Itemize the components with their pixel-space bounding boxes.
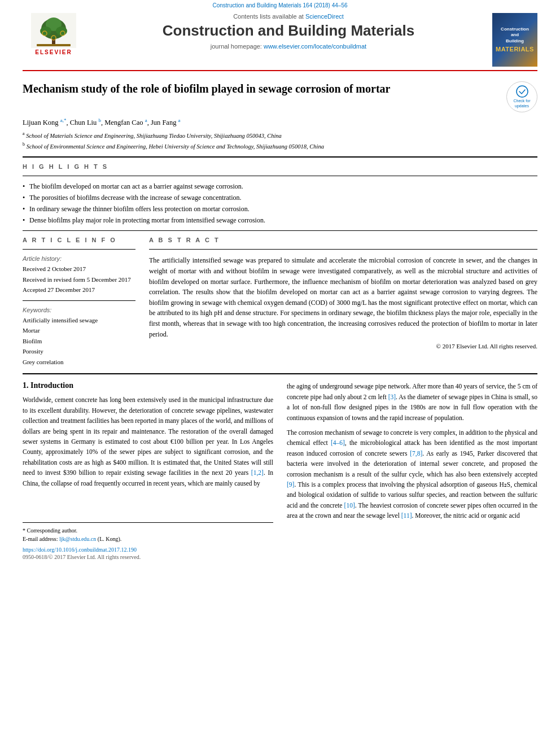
affiliation-a-sup: a: [23, 131, 25, 136]
author2-affiliation-sup: b: [98, 117, 101, 123]
article-info-rule: [23, 249, 135, 250]
ref-7-8: [7,8]: [410, 450, 422, 457]
abstract-copyright: © 2017 Elsevier Ltd. All rights reserved…: [149, 343, 537, 350]
author1-affiliation-sup: a,*: [60, 117, 67, 123]
journal-header: ELSEVIER Contents lists available at Sci…: [0, 8, 560, 67]
email-label: E-mail address:: [23, 536, 58, 542]
article-info-label: A R T I C L E I N F O: [23, 237, 135, 243]
affiliation-a: a School of Materials Science and Engine…: [23, 130, 537, 140]
section-title: Introduction: [30, 381, 73, 390]
highlight-item-3: In ordinary sewage the thinner biofilm o…: [23, 204, 537, 214]
check-updates-badge: Check for updates: [506, 81, 537, 112]
highlight-item-2: The porosities of biofilms decrease with…: [23, 193, 537, 203]
ref-4-6: [4–6]: [331, 439, 345, 446]
footnotes-area: * Corresponding author. E-mail address: …: [23, 522, 273, 560]
article-title: Mechanism study of the role of biofilm p…: [23, 81, 495, 96]
doi-link[interactable]: https://doi.org/10.1016/j.conbuildmat.20…: [23, 547, 137, 553]
elsevier-wordmark: ELSEVIER: [35, 49, 72, 55]
journal-url[interactable]: www.elsevier.com/locate/conbuildmat: [264, 43, 366, 50]
article-info-column: A R T I C L E I N F O Article history: R…: [23, 237, 135, 368]
article-info-abstract-section: A R T I C L E I N F O Article history: R…: [23, 237, 537, 368]
ref-1-2: [1,2]: [251, 469, 264, 476]
check-updates-icon: [514, 85, 531, 98]
journal-citation: Construction and Building Materials 164 …: [0, 0, 560, 8]
abstract-text: The artificially intensified sewage was …: [149, 255, 537, 339]
check-updates-label: Check for updates: [507, 99, 537, 108]
keywords-section: Keywords: Artificially intensified sewag…: [23, 300, 135, 367]
ref-3: [3]: [388, 394, 396, 400]
affiliation-b-sup: b: [23, 142, 25, 147]
header-divider: [23, 70, 537, 71]
body-section: 1. Introduction Worldwide, cement concre…: [23, 381, 537, 560]
abstract-column: A B S T R A C T The artificially intensi…: [149, 237, 537, 368]
keyword-1: Artificially intensified sewage: [23, 316, 135, 325]
highlight-item-1: The biofilm developed on mortar can act …: [23, 182, 537, 191]
keywords-top-rule: [23, 300, 135, 301]
keywords-label: Keywords:: [23, 307, 135, 313]
cover-title-line1: Construction: [501, 27, 529, 32]
email-link[interactable]: ljk@stdu.edu.cn: [59, 536, 96, 542]
elsevier-tree-icon: [31, 13, 76, 48]
sciencedirect-link[interactable]: ScienceDirect: [305, 13, 344, 20]
ref-11: [11]: [401, 512, 412, 519]
highlight-item-4: Dense biofilms play major role in protec…: [23, 216, 537, 225]
keyword-4: Porosity: [23, 347, 135, 356]
svg-point-10: [517, 86, 528, 97]
homepage-label: journal homepage:: [211, 43, 262, 50]
footnote-spacer: https://doi.org/10.1016/j.conbuildmat.20…: [23, 545, 273, 554]
corresponding-author-note: * Corresponding author.: [23, 526, 273, 535]
received-date: Received 2 October 2017: [23, 264, 135, 274]
highlights-section: H I G H L I G H T S The biofilm develope…: [23, 163, 537, 231]
accepted-date: Accepted 27 December 2017: [23, 285, 135, 295]
ref-10: [10]: [344, 502, 355, 509]
abstract-label: A B S T R A C T: [149, 237, 537, 243]
citation-text: Construction and Building Materials 164 …: [212, 2, 347, 8]
journal-homepage: journal homepage: www.elsevier.com/locat…: [96, 43, 481, 50]
header-center: Contents lists available at ScienceDirec…: [85, 13, 492, 50]
email-note: E-mail address: ljk@stdu.edu.cn (L. Kong…: [23, 535, 273, 543]
highlights-label: H I G H L I G H T S: [23, 163, 537, 170]
elsevier-logo-area: ELSEVIER: [23, 13, 85, 55]
svg-rect-6: [37, 44, 71, 46]
body-left-column: 1. Introduction Worldwide, cement concre…: [23, 381, 273, 560]
cover-materials: MATERIALS: [496, 45, 534, 53]
affiliation-b: b School of Environmental Science and En…: [23, 141, 537, 151]
author3-affiliation-sup: a: [145, 117, 147, 123]
cover-title-line3: Building: [506, 38, 524, 44]
email-suffix: (L. Kong).: [98, 536, 122, 542]
intro-paragraph-1-cont: the aging of underground sewage pipe net…: [287, 381, 537, 423]
intro-paragraph-2: The corrosion mechanism of sewage to con…: [287, 427, 537, 521]
journal-cover-image: Construction and Building MATERIALS: [492, 13, 537, 67]
section-divider-after-affiliations: [23, 156, 537, 158]
article-title-section: Mechanism study of the role of biofilm p…: [23, 81, 537, 112]
author4-affiliation-sup: a: [178, 117, 181, 123]
body-right-column: the aging of underground sewage pipe net…: [287, 381, 537, 560]
contents-available-text: Contents lists available at: [233, 13, 304, 20]
intro-paragraph-1: Worldwide, cement concrete has long been…: [23, 395, 273, 488]
introduction-heading: 1. Introduction: [23, 381, 273, 390]
footnote-section: * Corresponding author. E-mail address: …: [23, 522, 273, 560]
highlights-bottom-rule: [23, 230, 537, 231]
sciencedirect-line: Contents lists available at ScienceDirec…: [96, 13, 481, 20]
journal-title: Construction and Building Materials: [96, 22, 481, 40]
revised-date: Received in revised form 5 December 2017: [23, 275, 135, 285]
keyword-2: Mortar: [23, 326, 135, 335]
cover-title-line2: and: [511, 32, 519, 38]
section-number: 1.: [23, 381, 29, 390]
body-divider: [23, 373, 537, 374]
page: Construction and Building Materials 164 …: [0, 0, 560, 747]
article-history-label: Article history:: [23, 255, 135, 262]
keyword-5: Grey correlation: [23, 357, 135, 367]
authors-line: Lijuan Kong a,*, Chun Liu b, Mengfan Cao…: [23, 117, 537, 128]
abstract-rule: [149, 249, 537, 250]
issn-line: 0950-0618/© 2017 Elsevier Ltd. All right…: [23, 554, 273, 560]
ref-9: [9]: [287, 481, 294, 488]
highlights-top-rule: [23, 176, 537, 176]
keyword-3: Biofilm: [23, 337, 135, 346]
article-content: Mechanism study of the role of biofilm p…: [0, 81, 560, 560]
